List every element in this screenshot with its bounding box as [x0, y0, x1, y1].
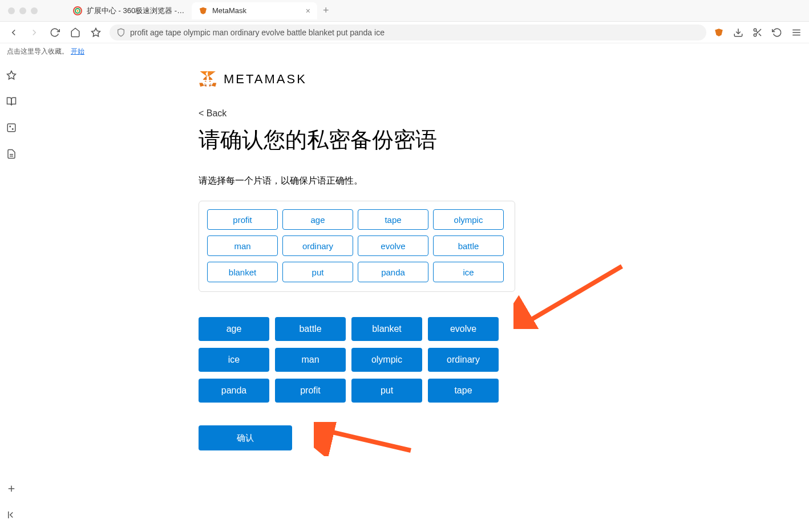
- undo-icon[interactable]: [771, 27, 783, 38]
- download-icon[interactable]: [733, 27, 744, 38]
- selected-word-chip[interactable]: put: [282, 262, 353, 282]
- bookmark-start-link[interactable]: 开始: [71, 47, 84, 56]
- available-word-button[interactable]: battle: [275, 317, 346, 341]
- document-icon[interactable]: [6, 148, 17, 160]
- close-window-button[interactable]: [8, 7, 15, 14]
- browser-titlebar: 扩展中心 - 360极速浏览器 - 小工具 MetaMask × +: [0, 0, 809, 22]
- new-tab-button[interactable]: +: [317, 5, 335, 17]
- address-bar[interactable]: profit age tape olympic man ordinary evo…: [110, 25, 706, 40]
- home-button[interactable]: [68, 26, 82, 39]
- back-button[interactable]: [7, 26, 21, 39]
- shield-icon: [116, 28, 126, 37]
- minimize-window-button[interactable]: [19, 7, 26, 14]
- selected-word-chip[interactable]: evolve: [358, 235, 428, 256]
- favorite-button[interactable]: [89, 26, 103, 39]
- favorites-sidebar-icon[interactable]: [6, 70, 17, 81]
- svg-line-12: [759, 33, 761, 35]
- tab-metamask[interactable]: MetaMask ×: [192, 2, 317, 19]
- forward-button[interactable]: [27, 26, 41, 39]
- toolbar-right: [713, 27, 802, 38]
- selected-word-chip[interactable]: battle: [433, 235, 504, 256]
- left-sidebar: [0, 59, 23, 532]
- tab-strip: 扩展中心 - 360极速浏览器 - 小工具 MetaMask × +: [66, 0, 335, 21]
- svg-marker-17: [7, 71, 16, 79]
- selected-word-chip[interactable]: age: [282, 209, 353, 230]
- window-controls: [8, 7, 38, 14]
- available-word-button[interactable]: ordinary: [428, 348, 499, 372]
- logo-text: METAMASK: [224, 72, 307, 87]
- tab-title: 扩展中心 - 360极速浏览器 - 小工具: [87, 6, 185, 16]
- available-word-button[interactable]: man: [275, 348, 346, 372]
- available-word-button[interactable]: panda: [199, 379, 269, 403]
- available-word-button[interactable]: blanket: [351, 317, 422, 341]
- svg-line-13: [756, 31, 758, 33]
- available-word-button[interactable]: olympic: [351, 348, 422, 372]
- available-word-button[interactable]: put: [351, 379, 422, 403]
- available-word-button[interactable]: ice: [199, 348, 269, 372]
- available-word-button[interactable]: evolve: [428, 317, 499, 341]
- selected-word-chip[interactable]: profit: [207, 209, 278, 230]
- menu-icon[interactable]: [791, 27, 802, 38]
- svg-point-20: [13, 129, 14, 130]
- svg-marker-6: [92, 28, 100, 36]
- svg-rect-18: [7, 124, 15, 132]
- back-link[interactable]: < Back: [199, 108, 226, 119]
- selected-word-chip[interactable]: blanket: [207, 262, 278, 282]
- 360-icon: [73, 6, 82, 15]
- svg-marker-29: [199, 83, 204, 87]
- available-word-button[interactable]: profit: [275, 379, 346, 403]
- svg-marker-31: [209, 76, 213, 80]
- available-word-button[interactable]: age: [199, 317, 269, 341]
- svg-point-2: [77, 10, 79, 11]
- svg-point-9: [754, 29, 757, 31]
- reading-list-icon[interactable]: [6, 96, 17, 107]
- tab-360-extensions[interactable]: 扩展中心 - 360极速浏览器 - 小工具: [66, 2, 192, 19]
- close-tab-icon[interactable]: ×: [306, 6, 310, 15]
- selected-word-chip[interactable]: ice: [433, 262, 504, 282]
- page-subtext: 请选择每一个片语，以确保片语正确性。: [199, 175, 552, 187]
- browser-toolbar: profit age tape olympic man ordinary evo…: [0, 22, 809, 43]
- metamask-extension-icon[interactable]: [713, 27, 725, 38]
- selected-word-chip[interactable]: olympic: [433, 209, 504, 230]
- selected-word-chip[interactable]: panda: [358, 262, 428, 282]
- url-text: profit age tape olympic man ordinary evo…: [130, 28, 385, 37]
- tab-title: MetaMask: [212, 6, 301, 15]
- page-title: 请确认您的私密备份密语: [199, 125, 552, 155]
- maximize-window-button[interactable]: [31, 7, 38, 14]
- svg-point-10: [754, 34, 757, 36]
- collapse-sidebar-icon[interactable]: [6, 509, 17, 521]
- selected-word-chip[interactable]: man: [207, 235, 278, 256]
- logo: METAMASK: [199, 71, 552, 88]
- media-icon[interactable]: [6, 122, 17, 133]
- svg-marker-28: [212, 83, 217, 87]
- bookmark-bar: 点击这里导入收藏。 开始: [0, 43, 809, 59]
- svg-point-19: [10, 126, 11, 127]
- confirm-button[interactable]: 确认: [199, 425, 292, 450]
- page-content: METAMASK < Back 请确认您的私密备份密语 请选择每一个片语，以确保…: [23, 59, 809, 532]
- metamask-fox-icon: [199, 71, 217, 88]
- svg-marker-30: [203, 76, 207, 80]
- scissors-icon[interactable]: [752, 27, 763, 38]
- available-word-button[interactable]: tape: [428, 379, 499, 403]
- sidebar-bottom: [0, 483, 23, 521]
- available-words-grid: age battle blanket evolve ice man olympi…: [199, 317, 552, 403]
- add-sidebar-icon[interactable]: [6, 483, 17, 494]
- reload-button[interactable]: [48, 26, 62, 39]
- bookmark-hint: 点击这里导入收藏。: [7, 47, 68, 56]
- selected-word-chip[interactable]: tape: [358, 209, 428, 230]
- svg-marker-7: [715, 29, 723, 36]
- selected-words-grid: profit age tape olympic man ordinary evo…: [207, 209, 507, 282]
- metamask-icon: [199, 6, 208, 15]
- svg-marker-37: [209, 81, 211, 82]
- selected-words-box: profit age tape olympic man ordinary evo…: [199, 201, 515, 292]
- selected-word-chip[interactable]: ordinary: [282, 235, 353, 256]
- svg-marker-36: [204, 81, 206, 82]
